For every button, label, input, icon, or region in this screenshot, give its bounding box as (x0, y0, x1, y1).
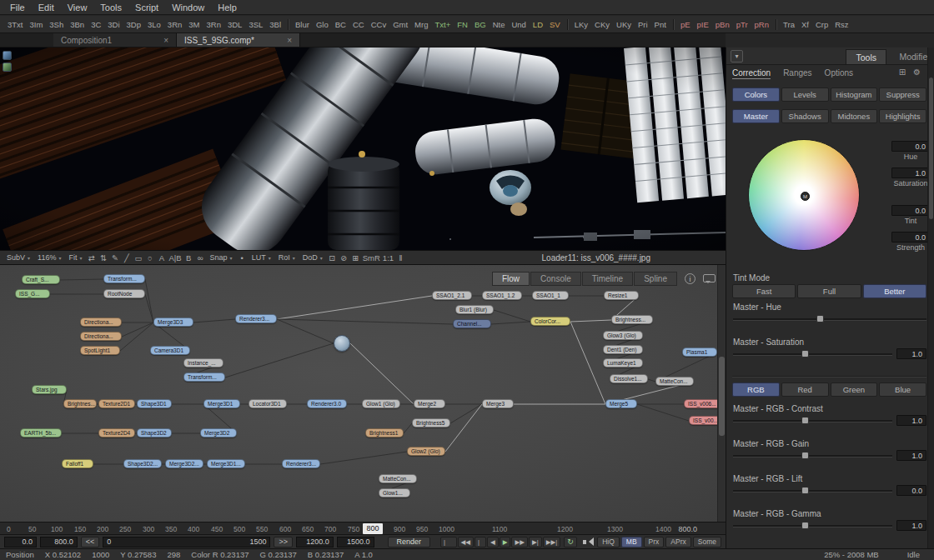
tool-ccv[interactable]: CCv (369, 18, 389, 31)
flow-node-loc1[interactable]: Locator3D1 (249, 399, 287, 408)
menu-file[interactable]: File (3, 2, 32, 13)
close-tab-icon[interactable]: × (282, 36, 292, 45)
slider-thumb[interactable] (801, 452, 809, 459)
toggle-prx[interactable]: Prx (644, 537, 665, 548)
flow-tab-console[interactable]: Console (530, 272, 581, 286)
viewer-layout-icon[interactable] (3, 51, 12, 60)
tool-3bn[interactable]: 3Bn (68, 18, 87, 31)
color-wheel[interactable]: M (748, 139, 860, 251)
flow-node-mattecon1[interactable]: MatteCon... (655, 377, 694, 386)
line-tool-icon[interactable]: ╱ (121, 252, 132, 263)
flow-node-glow11[interactable]: Glow1... (379, 488, 410, 498)
slider-master-rgb-contrast-value[interactable]: 1.0 (896, 415, 926, 426)
flow-node-mattecon2[interactable]: MatteCon... (379, 474, 417, 483)
slider-thumb[interactable] (816, 315, 824, 322)
band-highlights[interactable]: Highlights (879, 109, 926, 123)
close-tab-icon[interactable]: × (158, 36, 168, 45)
audio-icon[interactable] (582, 537, 594, 548)
tool-3bl[interactable]: 3Bl (267, 18, 284, 31)
tab-tools[interactable]: Tools (846, 49, 886, 64)
menu-edit[interactable]: Edit (32, 2, 61, 13)
tintmode-fast[interactable]: Fast (732, 284, 796, 298)
tool-3m[interactable]: 3M (186, 18, 202, 31)
flow-node-earth[interactable]: EARTH_5b... (20, 428, 62, 438)
buffer-a-button[interactable]: A (156, 252, 167, 263)
slider-thumb[interactable] (801, 487, 809, 494)
subtab-options[interactable]: Options (825, 68, 853, 79)
info-icon[interactable]: i (685, 273, 695, 284)
menu-help[interactable]: Help (211, 2, 244, 13)
slider-master-rgb-gain[interactable] (733, 452, 892, 460)
band-midtones[interactable]: Midtones (831, 109, 878, 123)
param-hue-value[interactable]: 0.0 (891, 141, 930, 152)
slider-master-hue[interactable] (733, 315, 926, 323)
subview-dropdown[interactable]: SubV▾ (3, 252, 33, 262)
gear-icon[interactable]: ⚙ (913, 68, 921, 77)
flow-node-merge3d1[interactable]: Merge3D1 (203, 399, 240, 408)
grid-icon[interactable]: ⊞ (899, 68, 906, 77)
tool-lky[interactable]: LKy (572, 18, 590, 31)
slider-thumb[interactable] (801, 350, 809, 358)
tool-3im[interactable]: 3Im (27, 18, 45, 31)
fast-reverse-button[interactable]: ◀◀ (458, 537, 475, 548)
subtab-correction[interactable]: Correction (732, 68, 771, 79)
tool-fn[interactable]: FN (454, 18, 470, 31)
stereo-glasses-icon[interactable]: ∞ (195, 252, 206, 263)
play-reverse-button[interactable]: ◀ (487, 537, 499, 548)
fast-forward-button[interactable]: ▶▶ (511, 537, 528, 548)
show-controls-icon[interactable]: ⊘ (339, 252, 349, 263)
time-ruler[interactable]: 800.0 0501001502002503003504004505005506… (0, 522, 726, 534)
flow-node-rootnode[interactable]: RootNode (103, 289, 145, 298)
split-view-icon[interactable]: ‖ (395, 252, 406, 263)
flow-tab-spline[interactable]: Spline (634, 272, 677, 286)
tool-txt[interactable]: Txt+ (432, 18, 453, 31)
flow-editor[interactable]: Craft_S...Transform...ISS_G...RootNodeDi… (0, 265, 726, 522)
flow-node-ssao12[interactable]: SSAO1_1.2 (482, 291, 522, 300)
band-master[interactable]: Master (732, 109, 780, 123)
tool-gmt[interactable]: Gmt (390, 18, 410, 31)
range-start-field[interactable]: 0.0 (4, 537, 37, 548)
current-frame-field[interactable]: 800.0 (40, 537, 78, 548)
channel-blue[interactable]: Blue (879, 382, 926, 397)
tool-3dl[interactable]: 3DL (225, 18, 244, 31)
channel-red[interactable]: Red (781, 382, 829, 397)
toggle-hiq[interactable]: HiQ (597, 537, 620, 548)
goto-start-button[interactable]: |◀◀ (440, 537, 457, 548)
flow-node-colorcorr[interactable]: ColorCor... (530, 317, 570, 326)
flow-node-glow3[interactable]: Glow3 (Glo) (603, 331, 643, 340)
slider-thumb[interactable] (801, 522, 809, 529)
slider-master-saturation[interactable] (733, 350, 892, 358)
view-suppress[interactable]: Suppress (879, 88, 926, 102)
flow-tab-flow[interactable]: Flow (492, 272, 530, 286)
play-button[interactable]: ▶ (500, 537, 511, 548)
toggle-mb[interactable]: MB (621, 537, 642, 548)
channel-green[interactable]: Green (831, 382, 878, 397)
global-end-field[interactable]: 1500.0 (337, 537, 374, 548)
toggle-some[interactable]: Some (693, 537, 721, 548)
tool-sv[interactable]: SV (547, 18, 563, 31)
toggle-aprx[interactable]: APrx (665, 537, 690, 548)
one-to-one-button[interactable]: 1:1 (382, 252, 394, 263)
tool-3sl[interactable]: 3SL (246, 18, 265, 31)
tool-und[interactable]: Und (509, 18, 528, 31)
flow-tab-timeline[interactable]: Timeline (582, 272, 633, 286)
jump-end-button[interactable]: >> (274, 537, 293, 548)
wheel-marker[interactable]: M (801, 192, 810, 201)
channel-rgb[interactable]: RGB (732, 382, 780, 397)
zoom-level-dropdown[interactable]: 116%▾ (34, 252, 64, 262)
tool-3c[interactable]: 3C (88, 18, 103, 31)
viewer-panel[interactable] (0, 48, 726, 250)
playhead[interactable]: 800 (363, 523, 383, 534)
panel-scrollbar-thumb[interactable] (929, 78, 933, 219)
menu-window[interactable]: Window (165, 2, 211, 13)
flow-node-dent1[interactable]: Dent1 (Den) (603, 345, 643, 354)
flow-node-resize1[interactable]: Resize1 (604, 291, 639, 300)
step-forward-button[interactable]: ▶| (529, 537, 542, 548)
slider-master-rgb-gain-value[interactable]: 1.0 (896, 450, 926, 461)
flow-node-lumakey1[interactable]: LumaKeye1 (603, 358, 643, 368)
flow-node-merge3[interactable]: Merge3 (482, 399, 514, 408)
flow-node-issg[interactable]: ISS_G... (15, 289, 50, 298)
view-histogram[interactable]: Histogram (831, 88, 878, 102)
tool-pbn[interactable]: pBn (713, 18, 732, 31)
fit-dropdown[interactable]: Fit▾ (65, 252, 85, 262)
